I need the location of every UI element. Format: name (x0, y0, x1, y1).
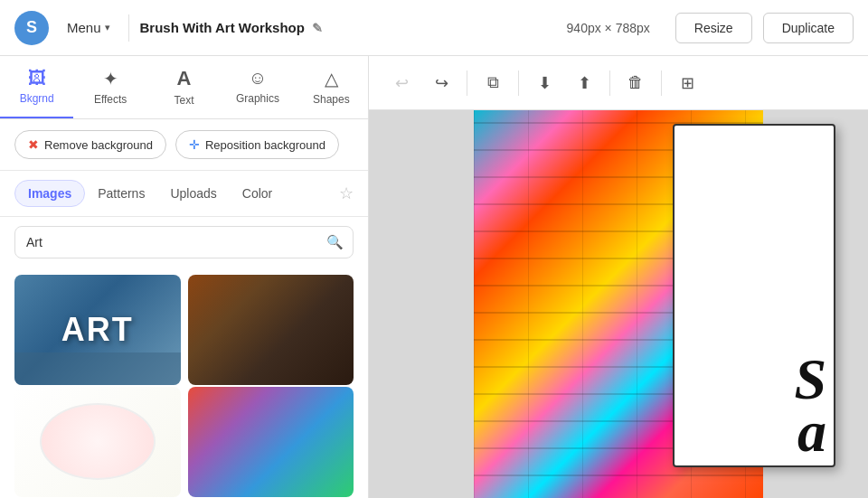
tab-bar: 🖼 Bkgrnd ✦ Effects A Text ☺ Graphics △ S… (0, 56, 368, 119)
delete-button[interactable]: 🗑 (618, 65, 654, 101)
toolbar-divider-2 (518, 70, 519, 96)
tab-text-label: Text (175, 94, 194, 107)
user-avatar[interactable]: S (14, 11, 49, 45)
edit-title-icon[interactable]: ✎ (312, 21, 323, 35)
bkgrnd-icon: 🖼 (28, 68, 46, 89)
sub-tab-bar: Images Patterns Uploads Color ☆ (0, 171, 368, 217)
search-row: 🔍 (0, 217, 368, 268)
canvas-area: ↩ ↪ ⧉ ⬇︎ ⬆︎ 🗑 ⊞ Sa (369, 56, 868, 498)
app-header: S Menu ▾ Brush With Art Workshop ✎ 940px… (0, 0, 868, 56)
sub-tab-color[interactable]: Color (230, 181, 285, 206)
grid-view-button[interactable]: ⊞ (669, 65, 705, 101)
toolbar-divider-4 (661, 70, 662, 96)
toolbar-divider-3 (609, 70, 610, 96)
favorites-button[interactable]: ☆ (339, 183, 354, 203)
canvas-background[interactable]: Sa (369, 110, 868, 498)
search-wrapper: 🔍 (14, 226, 354, 258)
tab-graphics[interactable]: ☺ Graphics (221, 56, 294, 118)
canvas-toolbar: ↩ ↪ ⧉ ⬇︎ ⬆︎ 🗑 ⊞ (369, 56, 868, 110)
main-layout: 🖼 Bkgrnd ✦ Effects A Text ☺ Graphics △ S… (0, 56, 868, 498)
tab-shapes[interactable]: △ Shapes (295, 56, 368, 118)
layer-up-button[interactable]: ⬆︎ (566, 65, 602, 101)
canvas-card-overlay[interactable]: Sa (673, 124, 835, 467)
shapes-icon: △ (325, 68, 338, 89)
canvas-card-text: Sa (787, 346, 834, 465)
project-title: Brush With Art Workshop ✎ (140, 20, 542, 35)
canvas-content: Sa (474, 110, 763, 498)
controls-row: ✖ Remove background ✛ Reposition backgro… (0, 119, 368, 171)
resize-button[interactable]: Resize (675, 13, 752, 43)
redo-button[interactable]: ↪ (423, 65, 459, 101)
effects-icon: ✦ (103, 68, 118, 89)
image-thumbnail-1[interactable]: ART (14, 275, 181, 385)
sub-tab-images[interactable]: Images (14, 180, 85, 207)
tab-bkgrnd-label: Bkgrnd (20, 92, 54, 105)
canvas-dimensions: 940px × 788px (552, 21, 665, 35)
image-thumbnail-4[interactable] (188, 387, 354, 497)
sub-tab-patterns[interactable]: Patterns (85, 181, 157, 206)
header-divider (128, 14, 129, 42)
search-icon: 🔍 (326, 234, 344, 250)
toolbar-divider-1 (467, 70, 467, 96)
tab-effects-label: Effects (94, 93, 127, 106)
undo-button[interactable]: ↩ (383, 65, 420, 101)
remove-background-button[interactable]: ✖ Remove background (14, 130, 166, 159)
layer-down-button[interactable]: ⬇︎ (526, 65, 562, 101)
menu-chevron-icon: ▾ (105, 22, 110, 33)
search-input[interactable] (15, 227, 326, 258)
tab-graphics-label: Graphics (236, 92, 279, 105)
copy-button[interactable]: ⧉ (475, 65, 511, 101)
tab-text[interactable]: A Text (147, 56, 221, 118)
left-panel: 🖼 Bkgrnd ✦ Effects A Text ☺ Graphics △ S… (0, 56, 369, 498)
graphics-icon: ☺ (249, 68, 267, 89)
tab-effects[interactable]: ✦ Effects (73, 56, 146, 118)
image-grid: ART (0, 268, 368, 498)
remove-bg-icon: ✖ (28, 137, 39, 152)
image-thumbnail-3[interactable] (14, 387, 181, 497)
tab-shapes-label: Shapes (313, 93, 350, 106)
text-icon: A (177, 67, 192, 90)
reposition-bg-icon: ✛ (189, 137, 200, 152)
sub-tab-uploads[interactable]: Uploads (157, 181, 229, 206)
reposition-background-button[interactable]: ✛ Reposition background (175, 130, 339, 159)
duplicate-button[interactable]: Duplicate (763, 13, 854, 43)
menu-button[interactable]: Menu ▾ (60, 14, 118, 41)
tab-bkgrnd[interactable]: 🖼 Bkgrnd (0, 56, 73, 118)
image-thumbnail-2[interactable] (188, 275, 354, 385)
